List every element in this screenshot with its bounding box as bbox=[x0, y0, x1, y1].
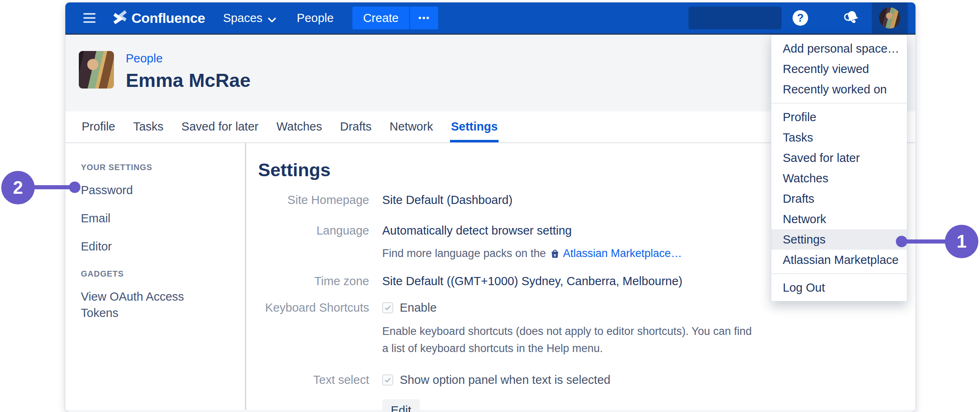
menu-item-add-personal-space[interactable]: Add personal space… bbox=[771, 38, 907, 59]
tab-tasks[interactable]: Tasks bbox=[132, 111, 164, 142]
nav-spaces[interactable]: Spaces bbox=[223, 11, 276, 26]
menu-item-profile[interactable]: Profile bbox=[771, 107, 907, 127]
menu-item-watches[interactable]: Watches bbox=[771, 168, 907, 188]
keyboard-shortcuts-description: Enable keyboard shortcuts (does not appl… bbox=[382, 323, 760, 357]
row-text-select: Text select Show option panel when text … bbox=[258, 372, 915, 388]
notifications-button[interactable] bbox=[844, 9, 862, 27]
keyboard-shortcuts-checkbox[interactable] bbox=[382, 302, 393, 313]
global-search bbox=[688, 7, 782, 29]
tab-network[interactable]: Network bbox=[389, 111, 434, 142]
menu-item-recently-worked-on[interactable]: Recently worked on bbox=[771, 79, 907, 100]
keyboard-shortcuts-label: Keyboard Shortcuts bbox=[258, 300, 369, 316]
question-mark-icon: ? bbox=[797, 12, 804, 24]
check-icon bbox=[384, 376, 392, 384]
create-button-group: Create ••• bbox=[352, 7, 438, 29]
sidebar-item-email[interactable]: Email bbox=[81, 210, 192, 226]
menu-item-network[interactable]: Network bbox=[771, 209, 907, 229]
tab-drafts[interactable]: Drafts bbox=[339, 111, 372, 142]
annotation-dot-2 bbox=[69, 182, 80, 193]
annotation-line-2 bbox=[32, 185, 73, 189]
language-value: Automatically detect browser setting bbox=[382, 223, 682, 239]
nav-people[interactable]: People bbox=[297, 11, 334, 25]
user-dropdown-menu: Add personal space… Recently viewed Rece… bbox=[771, 35, 907, 301]
tab-saved-for-later[interactable]: Saved for later bbox=[180, 111, 259, 142]
breadcrumb-people-link[interactable]: People bbox=[126, 52, 163, 65]
tab-watches[interactable]: Watches bbox=[276, 111, 323, 142]
menu-item-saved-for-later[interactable]: Saved for later bbox=[771, 148, 907, 168]
sidebar-item-password[interactable]: Password bbox=[81, 182, 192, 198]
text-select-checkbox[interactable] bbox=[382, 374, 393, 385]
annotation-marker-2: 2 bbox=[1, 171, 35, 204]
menu-item-log-out[interactable]: Log Out bbox=[771, 277, 907, 298]
profile-name: Emma McRae bbox=[126, 69, 251, 91]
chevron-down-icon bbox=[267, 12, 276, 26]
time-zone-label: Time zone bbox=[258, 273, 369, 289]
settings-sidebar: YOUR SETTINGS Password Email Editor GADG… bbox=[65, 143, 246, 410]
text-select-label: Text select bbox=[258, 372, 369, 388]
hamburger-menu-icon[interactable] bbox=[83, 13, 96, 23]
sidebar-item-editor[interactable]: Editor bbox=[81, 239, 192, 255]
create-button[interactable]: Create bbox=[352, 7, 409, 29]
annotation-dot-1 bbox=[896, 236, 907, 247]
app-window: Confluence Spaces People Create ••• bbox=[65, 2, 915, 412]
marketplace-link[interactable]: Atlassian Marketplace… bbox=[563, 246, 682, 261]
row-keyboard-shortcuts: Keyboard Shortcuts Enable Enable keyboar… bbox=[258, 300, 915, 357]
annotation-marker-1: 1 bbox=[945, 225, 978, 258]
confluence-logo[interactable]: Confluence bbox=[112, 9, 205, 27]
language-label: Language bbox=[258, 223, 369, 239]
confluence-logo-icon bbox=[112, 9, 128, 27]
user-menu-button[interactable] bbox=[872, 2, 908, 33]
tab-settings[interactable]: Settings bbox=[450, 111, 498, 142]
menu-item-recently-viewed[interactable]: Recently viewed bbox=[771, 59, 907, 79]
edit-button[interactable]: Edit bbox=[382, 399, 420, 412]
menu-item-drafts[interactable]: Drafts bbox=[771, 188, 907, 209]
text-select-checkbox-label: Show option panel when text is selected bbox=[400, 372, 610, 388]
annotation-line-1 bbox=[905, 239, 948, 244]
tab-profile[interactable]: Profile bbox=[81, 111, 116, 142]
site-homepage-label: Site Homepage bbox=[258, 192, 369, 208]
user-avatar bbox=[879, 7, 900, 29]
language-note-text: Find more language packs on the bbox=[382, 246, 546, 261]
top-navbar: Confluence Spaces People Create ••• bbox=[65, 2, 915, 35]
create-more-button[interactable]: ••• bbox=[410, 7, 438, 29]
time-zone-value: Site Default ((GMT+1000) Sydney, Canberr… bbox=[382, 273, 682, 289]
menu-item-atlassian-marketplace[interactable]: Atlassian Marketplace bbox=[771, 250, 907, 270]
product-name: Confluence bbox=[131, 10, 205, 26]
sidebar-section-your-settings: YOUR SETTINGS bbox=[81, 163, 245, 172]
site-homepage-value: Site Default (Dashboard) bbox=[382, 192, 512, 208]
sidebar-item-oauth-tokens[interactable]: View OAuth Access Tokens bbox=[81, 289, 192, 321]
check-icon bbox=[384, 304, 392, 312]
menu-item-settings[interactable]: Settings bbox=[771, 229, 907, 250]
menu-item-tasks[interactable]: Tasks bbox=[771, 127, 907, 148]
sidebar-section-gadgets: GADGETS bbox=[81, 269, 245, 279]
bell-icon bbox=[845, 9, 860, 27]
search-input[interactable] bbox=[688, 7, 843, 29]
marketplace-icon bbox=[550, 248, 560, 259]
keyboard-shortcuts-checkbox-label: Enable bbox=[400, 300, 437, 316]
profile-photo bbox=[79, 51, 114, 89]
help-button[interactable]: ? bbox=[793, 10, 808, 26]
